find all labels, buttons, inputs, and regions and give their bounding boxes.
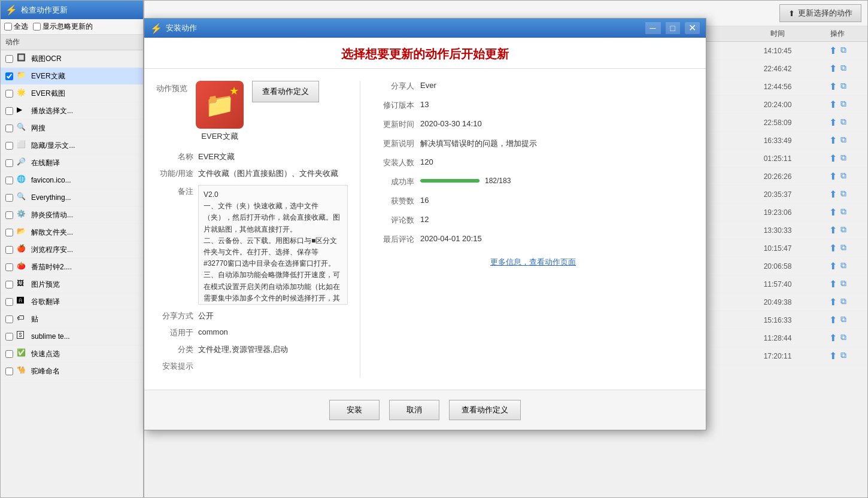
item-checkbox[interactable] [5, 298, 13, 306]
item-checkbox[interactable] [5, 368, 13, 375]
update-icon[interactable]: ⬆ [829, 332, 837, 344]
item-checkbox[interactable] [5, 90, 13, 98]
list-item[interactable]: ✅ 快速点选 [1, 345, 143, 363]
update-icon[interactable]: ⬆ [829, 117, 837, 128]
update-icon[interactable]: ⬆ [829, 296, 837, 308]
link-icon[interactable]: ⧉ [840, 63, 846, 74]
googletranslate-icon: 🅰 [17, 296, 28, 307]
update-icon[interactable]: ⬆ [829, 135, 837, 146]
list-item[interactable]: 🐪 驼峰命名 [1, 363, 143, 380]
item-checkbox[interactable] [5, 177, 13, 184]
update-icon[interactable]: ⬆ [829, 81, 837, 92]
view-definition-button-footer[interactable]: 查看动作定义 [449, 400, 521, 420]
search-icon: 🔍 [17, 123, 28, 133]
list-item[interactable]: 🔲 截图OCR [1, 50, 143, 68]
update-icon[interactable]: ⬆ [829, 99, 837, 110]
compat-row: 适用于 common [156, 327, 348, 338]
link-icon[interactable]: ⧉ [840, 314, 846, 326]
update-icon[interactable]: ⬆ [829, 224, 837, 236]
item-checkbox[interactable] [5, 350, 13, 358]
link-icon[interactable]: ⧉ [840, 350, 846, 362]
list-item[interactable]: 🌐 favicon.ico... [1, 172, 143, 189]
link-icon[interactable]: ⧉ [840, 296, 846, 308]
item-checkbox[interactable] [5, 263, 13, 271]
update-icon[interactable]: ⬆ [829, 171, 837, 182]
item-checkbox[interactable] [5, 72, 13, 80]
list-item[interactable]: 🌟 EVER截图 [1, 85, 143, 102]
update-note-row: 更新说明 解决填写错误时的问题，增加提示 [372, 138, 694, 149]
update-icon[interactable]: ⬆ [829, 260, 837, 272]
install-hint-row: 安装提示 [156, 361, 348, 372]
notes-content[interactable]: V2.0 一、文件（夹）快速收藏，选中文件（夹），然后打开动作，就会直接收藏。图… [198, 185, 348, 305]
update-icon[interactable]: ⬆ [829, 63, 837, 74]
modal-minimize-icon[interactable]: ─ [645, 22, 661, 34]
item-checkbox[interactable] [5, 194, 13, 202]
item-checkbox[interactable] [5, 315, 13, 323]
view-definition-button[interactable]: 查看动作定义 [252, 81, 319, 102]
link-icon[interactable]: ⧉ [840, 260, 846, 272]
modal-maximize-icon[interactable]: □ [666, 22, 680, 34]
modal-right-panel: 分享人 Ever 修订版本 13 更新时间 2020-03-30 14:10 更… [360, 81, 694, 378]
link-icon[interactable]: ⧉ [840, 171, 846, 182]
show-ignored-checkbox[interactable] [33, 23, 41, 31]
link-icon[interactable]: ⧉ [840, 117, 846, 128]
list-item[interactable]: 🔍 网搜 [1, 120, 143, 137]
select-all-checkbox[interactable] [4, 23, 12, 31]
item-checkbox[interactable] [5, 142, 13, 150]
share-label: 分享方式 [156, 311, 198, 321]
install-button[interactable]: 安装 [329, 400, 380, 420]
list-item[interactable]: 📂 解散文件夹... [1, 224, 143, 241]
item-checkbox[interactable] [5, 281, 13, 289]
link-icon[interactable]: ⧉ [840, 45, 846, 56]
list-item[interactable]: 🍅 番茄时钟2.... [1, 259, 143, 276]
item-checkbox[interactable] [5, 107, 13, 115]
item-checkbox[interactable] [5, 211, 13, 219]
link-icon[interactable]: ⧉ [840, 207, 846, 218]
select-all-checkbox-label[interactable]: 全选 [4, 22, 28, 32]
success-rate-label: 成功率 [372, 177, 420, 187]
more-info-link[interactable]: 更多信息，查看动作页面 [490, 257, 576, 266]
update-icon[interactable]: ⬆ [829, 189, 837, 200]
link-icon[interactable]: ⧉ [840, 242, 846, 254]
link-icon[interactable]: ⧉ [840, 278, 846, 290]
item-checkbox[interactable] [5, 333, 13, 341]
list-item[interactable]: 🅂 sublime te... [1, 328, 143, 345]
cancel-button[interactable]: 取消 [389, 400, 439, 420]
update-icon[interactable]: ⬆ [829, 45, 837, 56]
list-item[interactable]: 🔍 Everything... [1, 189, 143, 207]
list-item[interactable]: ⬜ 隐藏/显示文... [1, 137, 143, 154]
modal-body: 动作预览 ★ EVER文藏 查看动作定义 名称 EVER文藏 功能/用途 文件收… [144, 69, 706, 390]
update-icon[interactable]: ⬆ [829, 278, 837, 290]
show-ignored-checkbox-label[interactable]: 显示忽略更新的 [33, 22, 93, 32]
link-icon[interactable]: ⧉ [840, 189, 846, 200]
modal-close-icon[interactable]: ✕ [685, 22, 700, 34]
item-checkbox[interactable] [5, 55, 13, 63]
update-icon[interactable]: ⬆ [829, 153, 837, 164]
link-icon[interactable]: ⧉ [840, 81, 846, 92]
item-checkbox[interactable] [5, 159, 13, 167]
link-icon[interactable]: ⧉ [840, 135, 846, 146]
compat-value: common [198, 327, 348, 336]
update-icon[interactable]: ⬆ [829, 242, 837, 254]
name-row: 名称 EVER文藏 [156, 151, 348, 162]
list-item[interactable]: 🔎 在线翻译 [1, 154, 143, 172]
item-checkbox[interactable] [5, 124, 13, 132]
update-icon[interactable]: ⬆ [829, 350, 837, 362]
link-icon[interactable]: ⧉ [840, 224, 846, 236]
list-item[interactable]: 🍎 浏览程序安... [1, 241, 143, 259]
item-checkbox[interactable] [5, 246, 13, 254]
update-icon[interactable]: ⬆ [829, 207, 837, 218]
list-item[interactable]: 🖼 图片预览 [1, 276, 143, 293]
item-checkbox[interactable] [5, 229, 13, 236]
list-item[interactable]: 📁 EVER文藏 [1, 68, 143, 85]
list-item[interactable]: 🅰 谷歌翻译 [1, 293, 143, 311]
update-selected-button[interactable]: ⬆ 更新选择的动作 [779, 4, 861, 22]
list-item[interactable]: ▶ 播放选择文... [1, 102, 143, 120]
update-icon[interactable]: ⬆ [829, 314, 837, 326]
link-icon[interactable]: ⧉ [840, 99, 846, 110]
quickclick-icon: ✅ [17, 348, 28, 359]
link-icon[interactable]: ⧉ [840, 153, 846, 164]
list-item[interactable]: 🏷 贴 [1, 311, 143, 328]
link-icon[interactable]: ⧉ [840, 332, 846, 344]
list-item[interactable]: ⚙️ 肺炎疫情动... [1, 207, 143, 224]
